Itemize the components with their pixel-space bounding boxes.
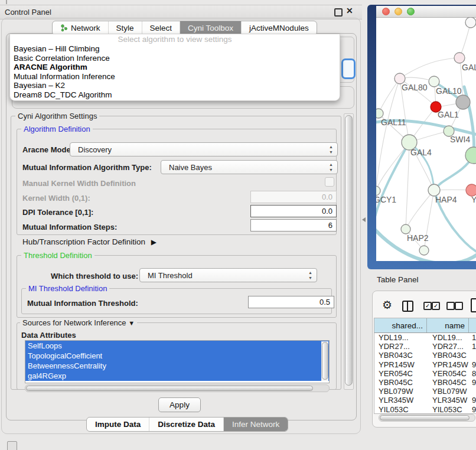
table-horizontal-scrollbar[interactable] <box>379 414 475 422</box>
scrollbar-thumb[interactable] <box>380 415 470 420</box>
attribute-item[interactable]: TopologicalCoefficient <box>25 351 329 361</box>
select-all-icon[interactable]: ✓ <box>432 302 440 310</box>
table-row[interactable]: YBR045CYBR045C9. <box>374 378 476 387</box>
network-node[interactable] <box>419 246 429 255</box>
settings-horizontal-scrollbar[interactable] <box>25 384 330 392</box>
focused-button-fragment[interactable] <box>341 58 356 79</box>
scrollbar-thumb[interactable] <box>322 342 328 380</box>
algorithm-option[interactable]: Basic Correlation Inference <box>10 54 340 63</box>
collapsed-panel-icon[interactable] <box>7 441 17 450</box>
dpi-tolerance-label: DPI Tolerance [0,1]: <box>22 208 93 217</box>
table-row[interactable]: YDR27...YDR27...12 <box>374 342 476 351</box>
table-header-row: shared... name <box>374 318 476 333</box>
table-row[interactable]: YBR043CYBR043C <box>374 351 476 360</box>
columns-icon[interactable] <box>402 301 413 312</box>
column-header-name[interactable]: name <box>427 318 469 332</box>
minimize-window-icon[interactable] <box>395 8 402 15</box>
network-node-hap2[interactable] <box>401 224 410 234</box>
sources-group-title[interactable]: Sources for Network Inference ▼ <box>20 318 137 327</box>
control-panel-title: Control Panel <box>0 8 51 17</box>
deselect-all-icon[interactable] <box>455 302 463 310</box>
deselect-all-icon[interactable] <box>446 302 455 310</box>
table-cell: YDR27... <box>427 342 469 351</box>
tab-style[interactable]: Style <box>109 21 142 35</box>
network-node-gal7-partial[interactable] <box>454 53 465 63</box>
tab-select[interactable]: Select <box>142 21 181 35</box>
which-threshold-value: MI Threshold <box>148 271 193 280</box>
close-panel-icon[interactable]: ✕ <box>346 6 353 15</box>
table-row[interactable]: YDL19...YDL19...13 <box>374 333 476 342</box>
which-threshold-select[interactable]: MI Threshold ▲▼ <box>139 268 317 282</box>
mi-type-value: Naive Bayes <box>169 163 212 172</box>
splitter-arrow-icon[interactable] <box>362 217 366 222</box>
table-row[interactable]: YIL053CYIL053C9. <box>374 405 476 414</box>
settings-vertical-scrollbar[interactable] <box>344 113 354 390</box>
float-panel-icon[interactable] <box>334 8 343 17</box>
node-label: GAL10 <box>436 86 462 96</box>
network-node[interactable] <box>465 17 476 28</box>
algorithm-option[interactable]: Bayesian – K2 <box>10 81 340 90</box>
hub-definition-toggle[interactable]: Hub/Transcription Factor Definition ▶ <box>22 237 153 246</box>
select-all-icon[interactable]: ✓ <box>423 302 432 310</box>
attributes-vertical-scrollbar[interactable] <box>321 341 328 381</box>
network-node-gray-node[interactable] <box>456 95 470 109</box>
attribute-item[interactable]: gal4RGexp <box>25 371 329 381</box>
network-node-gal11[interactable] <box>376 109 383 118</box>
aracne-mode-value: Discovery <box>78 145 112 154</box>
apply-button[interactable]: Apply <box>158 397 201 412</box>
tab-jactivemnodules[interactable]: jActiveMNodules <box>242 21 317 35</box>
stepper-arrows-icon: ▲▼ <box>329 162 333 172</box>
aracne-mode-label: Aracne Mode: <box>22 145 73 154</box>
tab-label: Discretize Data <box>158 420 215 429</box>
mi-type-select[interactable]: Naive Bayes ▲▼ <box>161 160 338 174</box>
dpi-tolerance-field[interactable]: 0.0 <box>250 205 337 217</box>
node-label: HAP4 <box>435 195 457 204</box>
tab-cyni-toolbox[interactable]: Cyni Toolbox <box>180 21 242 35</box>
page-icon[interactable] <box>471 298 476 312</box>
table-cell: 9. <box>469 396 476 405</box>
algorithm-dropdown-popup: Select algorithm to view settings Bayesi… <box>9 34 340 101</box>
manual-kernel-checkbox[interactable] <box>325 177 334 187</box>
scrollbar-thumb[interactable] <box>26 386 313 391</box>
attribute-item[interactable]: SelfLoops <box>25 341 329 351</box>
column-header-partial[interactable] <box>469 318 476 332</box>
table-cell: 9. <box>469 405 476 414</box>
node-label: GAL1 <box>438 110 459 119</box>
aracne-mode-select[interactable]: Discovery ▲▼ <box>70 142 338 156</box>
node-table: shared... name YDL19...YDL19...13YDR27..… <box>374 318 476 414</box>
network-node-gcy1[interactable] <box>376 186 380 195</box>
tab-impute-data[interactable]: Impute Data <box>87 418 149 431</box>
tab-discretize-data[interactable]: Discretize Data <box>149 418 224 431</box>
stepper-arrows-icon: ▲▼ <box>308 270 312 281</box>
zoom-window-icon[interactable] <box>407 8 415 15</box>
table-row[interactable]: YPR145WYPR145W9. <box>374 360 476 369</box>
network-window-titlebar[interactable] <box>376 6 476 18</box>
algorithm-option[interactable]: Dream8 DC_TDC Algorithm <box>10 90 340 100</box>
table-row[interactable]: YER054CYER054C8. <box>374 369 476 378</box>
column-header-shared-name[interactable]: shared... <box>374 318 427 332</box>
hub-definition-label: Hub/Transcription Factor Definition <box>22 237 145 246</box>
mi-threshold-field[interactable]: 0.5 <box>248 296 334 308</box>
network-node-gal10[interactable] <box>429 76 439 87</box>
network-canvas[interactable]: GALGAL80GAL10GAL1GAL11SWI4GAL4GCY1HAP4YH… <box>376 17 476 261</box>
network-node-salmon-node[interactable] <box>466 184 476 196</box>
mi-steps-field[interactable]: 6 <box>250 219 337 231</box>
data-attributes-label: Data Attributes <box>21 331 76 340</box>
data-attributes-list[interactable]: SelfLoopsTopologicalCoefficientBetweenne… <box>25 340 330 383</box>
table-row[interactable]: YLR345WYLR345W9. <box>374 396 476 405</box>
tab-infer-network[interactable]: Infer Network <box>224 418 288 431</box>
table-cell: YIL053C <box>374 405 427 414</box>
attribute-item[interactable]: BetweennessCentrality <box>25 361 329 371</box>
scrollbar-thumb[interactable] <box>345 115 353 386</box>
table-row[interactable]: YBL079WYBL079W <box>374 387 476 396</box>
tab-label: Style <box>116 24 134 32</box>
network-node-big-green[interactable] <box>465 147 476 164</box>
tab-network[interactable]: Network <box>53 21 109 35</box>
network-node-hap4[interactable] <box>428 184 440 196</box>
algorithm-option[interactable]: ARACNE Algorithm <box>10 63 340 72</box>
kernel-width-field[interactable]: 0.0 <box>250 191 337 203</box>
algorithm-option[interactable]: Bayesian – Hill Climbing <box>10 44 340 54</box>
close-window-icon[interactable] <box>382 8 390 15</box>
gear-icon[interactable]: ⚙ <box>382 299 392 311</box>
algorithm-option[interactable]: Mutual Information Inference <box>10 72 340 81</box>
